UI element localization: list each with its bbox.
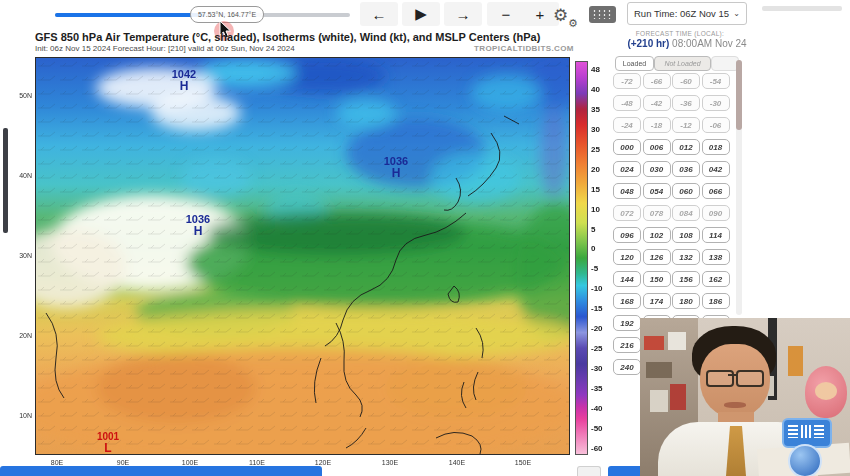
- colorbar-tick-label: 10: [591, 206, 615, 214]
- forecast-hour-button--06[interactable]: -06: [702, 117, 730, 133]
- forecast-hour-button-144[interactable]: 144: [613, 271, 641, 287]
- colorbar-tick-label: 0: [591, 245, 615, 253]
- legend-not-loaded: Not Loaded: [654, 56, 711, 71]
- forecast-hour-button--24[interactable]: -24: [613, 117, 641, 133]
- forecast-hour-button-066[interactable]: 066: [702, 183, 730, 199]
- bottom-tab-left[interactable]: [0, 466, 322, 476]
- forecast-hour-button--12[interactable]: -12: [672, 117, 700, 133]
- watermark-glyph: [788, 425, 798, 438]
- forecast-hour-button--42[interactable]: -42: [643, 95, 671, 111]
- colorbar-tick-label: 40: [591, 86, 615, 94]
- map-title: GFS 850 hPa Air Temperature (°C, shaded)…: [35, 31, 575, 43]
- lon-label: 140E: [449, 459, 465, 466]
- forecast-hour-button-186[interactable]: 186: [702, 293, 730, 309]
- forecast-hour-button-084[interactable]: 084: [672, 205, 700, 221]
- settings-gears-icon[interactable]: ⚙⚙: [553, 3, 587, 29]
- colorbar-tick-label: 15: [591, 186, 615, 194]
- forecast-hour-button-192[interactable]: 192: [613, 315, 641, 331]
- person-mouth: [724, 402, 746, 408]
- forecast-hour-button-012[interactable]: 012: [672, 139, 700, 155]
- forecast-hour-button--36[interactable]: -36: [672, 95, 700, 111]
- glasses-left-lens: [706, 370, 734, 387]
- forecast-hour-button-126[interactable]: 126: [643, 249, 671, 265]
- forecast-hour-button--66[interactable]: -66: [643, 73, 671, 89]
- forecast-hour-button-114[interactable]: 114: [702, 227, 730, 243]
- tropicaltidbits-watermark: TROPICALTIDBITS.COM: [474, 44, 574, 53]
- wind-barbs-texture: [36, 58, 569, 454]
- bottom-tab-small[interactable]: [577, 466, 601, 476]
- forecast-hour-button--54[interactable]: -54: [702, 73, 730, 89]
- colorbar-tick-label: -20: [591, 325, 615, 333]
- forecast-hour-button-180[interactable]: 180: [672, 293, 700, 309]
- colorbar-labels: 484035302520151050-5-10-15-20-25-30-35-4…: [591, 66, 615, 453]
- lon-label: 150E: [515, 459, 531, 466]
- mslp-marker-letter: H: [194, 224, 203, 238]
- forecast-hour-button-000[interactable]: 000: [613, 139, 641, 155]
- lat-label: 10N: [12, 412, 32, 419]
- forecast-time-value: (+210 hr) 08:00AM Nov 24: [612, 38, 762, 49]
- play-button[interactable]: ▶: [402, 2, 440, 26]
- weather-map[interactable]: 1042 H 1036 H 1036 H 1001 L: [35, 57, 570, 455]
- forecast-hour-button-006[interactable]: 006: [643, 139, 671, 155]
- forecast-hour-button-162[interactable]: 162: [702, 271, 730, 287]
- forecast-hour-button-072[interactable]: 072: [613, 205, 641, 221]
- lon-label: 100E: [182, 459, 198, 466]
- forecast-hour-button-048[interactable]: 048: [613, 183, 641, 199]
- colorbar-tick-label: 20: [591, 166, 615, 174]
- left-scroll-indicator[interactable]: [3, 128, 8, 233]
- forecast-hour-button-108[interactable]: 108: [672, 227, 700, 243]
- forecast-hour-button--48[interactable]: -48: [613, 95, 641, 111]
- lon-label: 130E: [382, 459, 398, 466]
- forecast-hour-button-060[interactable]: 060: [672, 183, 700, 199]
- forecast-hour-button-102[interactable]: 102: [643, 227, 671, 243]
- legend-spacer: [711, 56, 739, 71]
- forecast-hour-button-078[interactable]: 078: [643, 205, 671, 221]
- colorbar-tick-label: 35: [591, 106, 615, 114]
- time-slider-fill[interactable]: [55, 13, 205, 17]
- forecast-hour-button-090[interactable]: 090: [702, 205, 730, 221]
- forecast-local-time: 08:00AM Nov 24: [669, 38, 746, 49]
- forecast-hour-button--30[interactable]: -30: [702, 95, 730, 111]
- colorbar-tick-label: -10: [591, 285, 615, 293]
- forecast-hour-button-042[interactable]: 042: [702, 161, 730, 177]
- forecast-hour-button-018[interactable]: 018: [702, 139, 730, 155]
- forecast-hour-button-030[interactable]: 030: [643, 161, 671, 177]
- forecast-hour-button-174[interactable]: 174: [643, 293, 671, 309]
- step-back-button[interactable]: ←: [360, 2, 398, 26]
- temperature-colorbar: [575, 61, 588, 455]
- forecast-hour-button--18[interactable]: -18: [643, 117, 671, 133]
- slower-button[interactable]: −: [487, 2, 525, 26]
- step-forward-button[interactable]: →: [444, 2, 482, 26]
- forecast-hour-button--60[interactable]: -60: [672, 73, 700, 89]
- lon-label: 90E: [117, 459, 129, 466]
- orange-folder: [788, 346, 803, 376]
- run-time-select[interactable]: Run Time: 06Z Nov 15 ⌄: [627, 2, 747, 25]
- colorbar-tick-label: -5: [591, 265, 615, 273]
- forecast-hour-button-156[interactable]: 156: [672, 271, 700, 287]
- colorbar-tick-label: -30: [591, 365, 615, 373]
- forecast-hour-button-120[interactable]: 120: [613, 249, 641, 265]
- forecast-hour-button-024[interactable]: 024: [613, 161, 641, 177]
- forecast-hour-button-096[interactable]: 096: [613, 227, 641, 243]
- colorbar-tick-label: -60: [591, 445, 615, 453]
- colorbar-tick-label: -50: [591, 425, 615, 433]
- forecast-hour-button-138[interactable]: 138: [702, 249, 730, 265]
- sidebar-scrollbar-thumb[interactable]: [736, 60, 742, 130]
- forecast-hour-button-132[interactable]: 132: [672, 249, 700, 265]
- keyboard-shortcuts-icon[interactable]: [589, 6, 616, 23]
- forecast-hour-button-240[interactable]: 240: [613, 359, 641, 375]
- colorbar-tick-label: -15: [591, 305, 615, 313]
- forecast-hour-offset: (+210 hr): [627, 38, 669, 49]
- forecast-hour-button--72[interactable]: -72: [613, 73, 641, 89]
- shelf-item: [646, 362, 672, 378]
- lon-label: 80E: [51, 459, 63, 466]
- mslp-marker-letter: L: [104, 441, 111, 454]
- forecast-hour-button-150[interactable]: 150: [643, 271, 671, 287]
- faint-header-text: [762, 6, 842, 11]
- run-time-label: Run Time: 06Z Nov 15: [634, 8, 729, 19]
- forecast-hour-button-216[interactable]: 216: [613, 337, 641, 353]
- forecast-hour-button-054[interactable]: 054: [643, 183, 671, 199]
- forecast-hour-button-168[interactable]: 168: [613, 293, 641, 309]
- shelf-item: [644, 336, 664, 350]
- forecast-hour-button-036[interactable]: 036: [672, 161, 700, 177]
